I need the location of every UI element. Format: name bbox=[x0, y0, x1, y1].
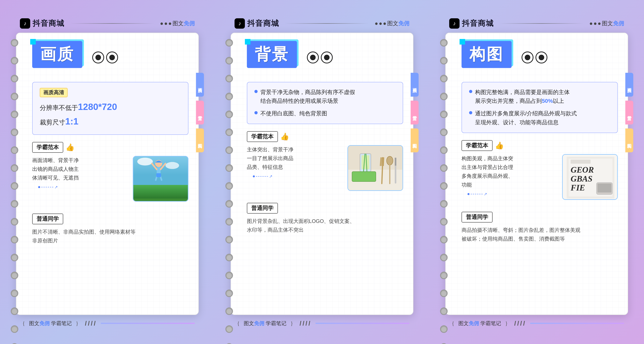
footer-bar-3 bbox=[530, 323, 624, 324]
example-label-2: 学霸范本 bbox=[247, 131, 278, 142]
svg-text:GEOR: GEOR bbox=[571, 165, 594, 174]
notebook-2: 画质 背景 构图 背景 背景干净无杂物，商品陈列有序不虚假结合商品特性的使用或展… bbox=[230, 33, 414, 315]
spiral bbox=[226, 111, 233, 118]
spiral bbox=[11, 182, 18, 190]
card-footer-2: ｛ 图文免佣 学霸笔记 ｝ //// bbox=[222, 315, 422, 332]
spiral bbox=[440, 254, 448, 261]
eye-left-1 bbox=[92, 52, 104, 64]
person-photo-1 bbox=[133, 157, 188, 201]
footer-text-1: 图文免佣 学霸笔记 bbox=[29, 320, 72, 327]
bullet-text-4: 通过图片多角度展示/介绍商品外观与款式呈现外观、设计、功能等商品信息 bbox=[475, 109, 577, 127]
example-row-3: 构图美观，商品主体突 出主体与背景占比合理 多角度展示商品外观、 功能 ↗ bbox=[462, 154, 618, 200]
spirals-3 bbox=[440, 39, 448, 344]
spiral bbox=[440, 307, 448, 315]
svg-text:GBAS: GBAS bbox=[571, 174, 592, 183]
common-label-2: 普通同学 bbox=[247, 203, 278, 214]
card-footer-1: ｛ 图文免佣 学霸笔记 ｝ //// bbox=[8, 315, 207, 332]
header-tag-1: 图文免佣 bbox=[172, 20, 195, 27]
brand-name-2: 抖音商城 bbox=[247, 18, 279, 29]
tab-compose-2[interactable]: 构图 bbox=[411, 128, 418, 152]
tab-compose[interactable]: 构图 bbox=[196, 128, 204, 152]
arrow-symbol-2: ↗ bbox=[269, 173, 272, 180]
footer-highlight-1: 免佣 bbox=[39, 320, 50, 326]
svg-rect-17 bbox=[352, 172, 376, 182]
tiktok-icon-1: ♪ bbox=[20, 18, 30, 29]
spiral bbox=[226, 93, 233, 100]
spiral bbox=[440, 325, 448, 333]
title-text-2: 背景 bbox=[255, 44, 289, 65]
spiral bbox=[226, 254, 233, 261]
spiral bbox=[11, 164, 18, 172]
spiral bbox=[440, 164, 448, 172]
bracket-right-1: ｝ bbox=[76, 320, 81, 327]
spiral bbox=[11, 146, 18, 154]
header-divider-1 bbox=[70, 23, 154, 24]
svg-point-2 bbox=[137, 158, 153, 165]
svg-rect-29 bbox=[571, 160, 590, 164]
spiral bbox=[440, 93, 448, 100]
spiral bbox=[226, 307, 233, 315]
title-row-1: 画质 bbox=[32, 41, 188, 74]
bullet-item-2: 不使用白底图、纯色背景图 bbox=[254, 109, 396, 118]
eye-right-2 bbox=[321, 52, 333, 64]
spiral bbox=[440, 146, 448, 154]
tab-bg-2[interactable]: 背景 bbox=[411, 101, 418, 125]
spiral bbox=[226, 128, 233, 136]
dot-1 bbox=[38, 186, 40, 188]
notebook-3: 画质 背景 构图 构图 构图完整饱满，商品需要是画面的主体展示突出并完整，商品占… bbox=[445, 33, 628, 315]
example-header-1: 学霸范本 👍 bbox=[32, 142, 188, 153]
spiral bbox=[226, 182, 233, 190]
bullet-dot-4 bbox=[469, 111, 472, 114]
footer-slashes-2: //// bbox=[300, 320, 312, 327]
svg-rect-1 bbox=[133, 185, 188, 199]
bullet-text-3: 构图完整饱满，商品需要是画面的主体展示突出并完整，商品占到50%以上 bbox=[475, 88, 570, 106]
tab-quality-2[interactable]: 画质 bbox=[411, 73, 418, 97]
dashed-arrow-1: ↗ bbox=[38, 184, 127, 190]
title-corner-2 bbox=[245, 39, 250, 45]
spiral bbox=[226, 236, 233, 243]
thumb-icon-3: 👍 bbox=[495, 141, 504, 150]
tab-compose-3[interactable]: 构图 bbox=[625, 128, 633, 152]
tab-bg[interactable]: 背景 bbox=[196, 101, 204, 125]
title-box-3: 构图 bbox=[462, 41, 512, 68]
footer-slashes-1: //// bbox=[85, 320, 97, 327]
spiral bbox=[440, 39, 448, 47]
example-section-3: 学霸范本 👍 构图美观，商品主体突 出主体与背景占比合理 多角度展示商品外观、 … bbox=[462, 140, 618, 200]
tab-bg-3[interactable]: 背景 bbox=[625, 101, 633, 125]
bullet-text-2: 不使用白底图、纯色背景图 bbox=[260, 109, 327, 118]
bullet-dot-1 bbox=[254, 90, 258, 93]
example-text-3: 构图美观，商品主体突 出主体与背景占比合理 多角度展示商品外观、 功能 ↗ bbox=[462, 154, 556, 199]
spiral bbox=[226, 343, 233, 344]
card-footer-3: ｛ 图文免佣 学霸笔记 ｝ //// bbox=[437, 315, 636, 332]
title-badge-3: 构图 bbox=[462, 41, 512, 68]
spiral bbox=[11, 307, 18, 315]
spiral bbox=[11, 272, 18, 279]
title-text-1: 画质 bbox=[40, 44, 74, 65]
common-text-3: 商品拍摄不清晰、弯斜；图片杂乱差，图片整体美观被破坏；使用纯商品图、售卖图、消费… bbox=[462, 226, 618, 243]
spiral bbox=[11, 289, 18, 297]
spiral bbox=[226, 272, 233, 279]
title-row-3: 构图 bbox=[462, 41, 618, 74]
thumb-icon-2: 👍 bbox=[280, 132, 289, 141]
spiral bbox=[11, 57, 18, 65]
example-text-1: 画面清晰、背景干净 出镜的商品或人物主 体清晰可见、无遮挡 ↗ bbox=[32, 156, 127, 192]
spiral bbox=[11, 236, 18, 243]
bracket-left-3: ｛ bbox=[449, 320, 454, 327]
common-section-1: 普通同学 图片不清晰、非商品实拍图、使用网络素材等非原创图片 bbox=[32, 214, 188, 245]
spiral bbox=[440, 57, 448, 65]
dashed-line-1 bbox=[41, 187, 53, 187]
brand-name-3: 抖音商城 bbox=[462, 18, 494, 29]
card-header-1: ♪ 抖音商城 ●●● 图文免佣 bbox=[8, 12, 207, 33]
logo-2: ♪ 抖音商城 bbox=[234, 18, 279, 29]
spiral bbox=[440, 236, 448, 243]
eye-left-3 bbox=[522, 52, 534, 64]
example-label-3: 学霸范本 bbox=[462, 140, 492, 151]
notebook-tabs-2: 画质 背景 构图 bbox=[411, 73, 418, 152]
header-dots-2: ●●● bbox=[375, 20, 387, 27]
tab-quality[interactable]: 画质 bbox=[196, 73, 204, 97]
tab-quality-3[interactable]: 画质 bbox=[625, 73, 633, 97]
info-text-1: 分辨率不低于1280*720 裁剪尺寸1:1 bbox=[40, 100, 181, 129]
header-dots-1: ●●● bbox=[160, 20, 172, 27]
dashed-arrow-2: ↗ bbox=[253, 173, 342, 180]
spiral bbox=[11, 254, 18, 261]
